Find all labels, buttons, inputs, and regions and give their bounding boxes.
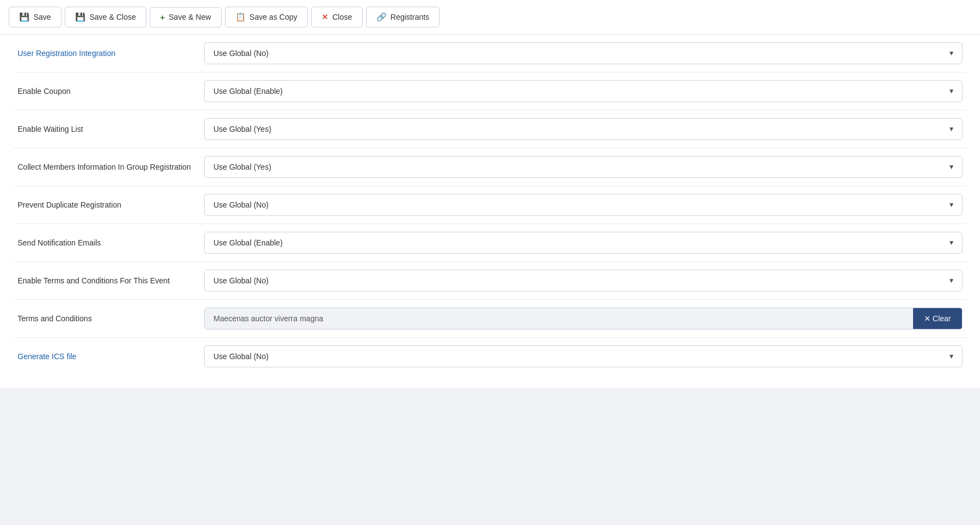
table-row: Send Notification Emails Use Global (Ena…	[13, 224, 967, 262]
user-registration-label: User Registration Integration	[13, 35, 200, 72]
table-row: Prevent Duplicate Registration Use Globa…	[13, 186, 967, 224]
prevent-duplicate-select-wrapper: Use Global (No) Use Global (Yes) Enable …	[204, 194, 962, 216]
prevent-duplicate-select[interactable]: Use Global (No) Use Global (Yes) Enable …	[204, 194, 962, 216]
enable-coupon-select[interactable]: Use Global (Enable) Use Global (Disable)…	[204, 80, 962, 102]
generate-ics-select[interactable]: Use Global (No) Use Global (Yes) Enable …	[204, 345, 962, 367]
close-icon: ✕	[322, 12, 329, 22]
send-notification-select-wrapper: Use Global (Enable) Use Global (Disable)…	[204, 232, 962, 254]
close-button[interactable]: ✕ Close	[311, 7, 363, 27]
save-new-button[interactable]: + Save & New	[150, 7, 222, 27]
enable-terms-select[interactable]: Use Global (No) Use Global (Yes) Enable …	[204, 270, 962, 292]
form-table: User Registration Integration Use Global…	[13, 35, 967, 375]
toolbar: 💾 Save 💾 Save & Close + Save & New 📋 Sav…	[0, 0, 980, 35]
terms-text-input[interactable]	[205, 308, 913, 329]
generate-ics-control: Use Global (No) Use Global (Yes) Enable …	[200, 338, 967, 376]
enable-waiting-list-select-wrapper: Use Global (Yes) Use Global (No) Yes No …	[204, 118, 962, 140]
save-close-label: Save & Close	[89, 13, 136, 21]
save-label: Save	[33, 13, 51, 21]
collect-members-select[interactable]: Use Global (Yes) Use Global (No) Yes No	[204, 156, 962, 178]
save-new-label: Save & New	[169, 13, 211, 21]
save-copy-label: Save as Copy	[250, 13, 297, 21]
enable-coupon-label: Enable Coupon	[13, 72, 200, 110]
enable-terms-select-wrapper: Use Global (No) Use Global (Yes) Enable …	[204, 270, 962, 292]
registrants-label: Registrants	[391, 13, 430, 21]
terms-conditions-label: Terms and Conditions	[13, 300, 200, 338]
user-registration-control: Use Global (No) Use Global (Yes) Enable …	[200, 35, 967, 72]
generate-ics-select-wrapper: Use Global (No) Use Global (Yes) Enable …	[204, 345, 962, 367]
registrants-icon: 🔗	[376, 12, 387, 22]
enable-terms-control: Use Global (No) Use Global (Yes) Enable …	[200, 262, 967, 300]
table-row: Enable Waiting List Use Global (Yes) Use…	[13, 110, 967, 148]
save-copy-button[interactable]: 📋 Save as Copy	[225, 7, 308, 27]
collect-members-control: Use Global (Yes) Use Global (No) Yes No …	[200, 148, 967, 186]
send-notification-label: Send Notification Emails	[13, 224, 200, 262]
user-registration-select[interactable]: Use Global (No) Use Global (Yes) Enable …	[204, 42, 962, 64]
enable-waiting-list-control: Use Global (Yes) Use Global (No) Yes No …	[200, 110, 967, 148]
send-notification-select[interactable]: Use Global (Enable) Use Global (Disable)…	[204, 232, 962, 254]
enable-terms-label: Enable Terms and Conditions For This Eve…	[13, 262, 200, 300]
send-notification-control: Use Global (Enable) Use Global (Disable)…	[200, 224, 967, 262]
table-row: Terms and Conditions ✕ Clear	[13, 300, 967, 338]
user-registration-select-wrapper: Use Global (No) Use Global (Yes) Enable …	[204, 42, 962, 64]
prevent-duplicate-control: Use Global (No) Use Global (Yes) Enable …	[200, 186, 967, 224]
terms-input-wrapper: ✕ Clear	[204, 308, 962, 329]
enable-coupon-select-wrapper: Use Global (Enable) Use Global (Disable)…	[204, 80, 962, 102]
table-row: Enable Terms and Conditions For This Eve…	[13, 262, 967, 300]
save-button[interactable]: 💾 Save	[9, 7, 61, 27]
save-icon: 💾	[19, 12, 30, 22]
registrants-button[interactable]: 🔗 Registrants	[366, 7, 440, 27]
enable-waiting-list-select[interactable]: Use Global (Yes) Use Global (No) Yes No	[204, 118, 962, 140]
save-close-button[interactable]: 💾 Save & Close	[65, 7, 147, 27]
collect-members-select-wrapper: Use Global (Yes) Use Global (No) Yes No …	[204, 156, 962, 178]
save-close-icon: 💾	[75, 12, 86, 22]
table-row: User Registration Integration Use Global…	[13, 35, 967, 72]
save-copy-icon: 📋	[235, 12, 246, 22]
table-row: Generate ICS file Use Global (No) Use Gl…	[13, 338, 967, 376]
clear-button[interactable]: ✕ Clear	[913, 308, 962, 329]
prevent-duplicate-label: Prevent Duplicate Registration	[13, 186, 200, 224]
enable-waiting-list-label: Enable Waiting List	[13, 110, 200, 148]
collect-members-label: Collect Members Information In Group Reg…	[13, 148, 200, 186]
generate-ics-label: Generate ICS file	[13, 338, 200, 376]
close-label: Close	[333, 13, 352, 21]
table-row: Collect Members Information In Group Reg…	[13, 148, 967, 186]
main-content: User Registration Integration Use Global…	[0, 35, 980, 388]
enable-coupon-control: Use Global (Enable) Use Global (Disable)…	[200, 72, 967, 110]
terms-conditions-control: ✕ Clear	[200, 300, 967, 338]
table-row: Enable Coupon Use Global (Enable) Use Gl…	[13, 72, 967, 110]
save-new-icon: +	[160, 13, 165, 22]
